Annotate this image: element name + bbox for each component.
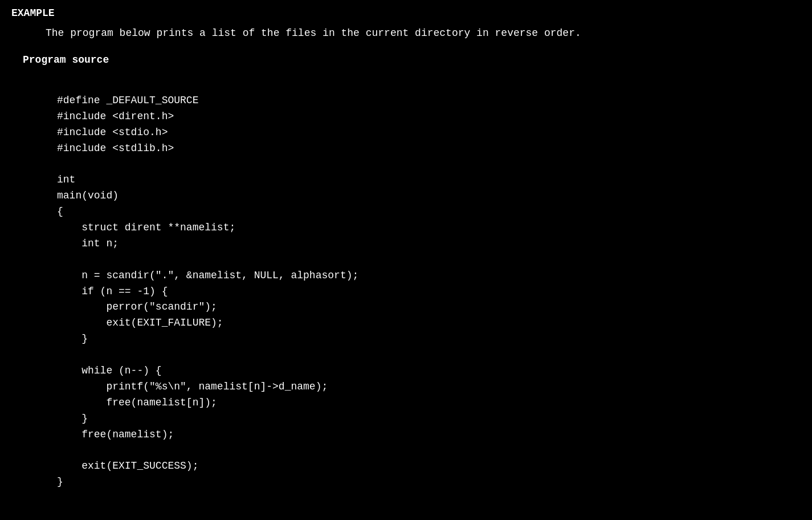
code-line: main(void) <box>57 188 801 204</box>
example-section: EXAMPLE The program below prints a list … <box>11 6 801 490</box>
code-line <box>57 252 801 268</box>
code-line <box>57 156 801 172</box>
code-line: #include <dirent.h> <box>57 109 801 125</box>
code-line: #include <stdio.h> <box>57 125 801 141</box>
description-text: The program below prints a list of the f… <box>46 26 801 41</box>
code-line: n = scandir(".", &namelist, NULL, alphas… <box>57 268 801 284</box>
code-line <box>57 77 801 93</box>
section-heading: EXAMPLE <box>11 6 801 21</box>
code-line: free(namelist[n]); <box>57 395 801 411</box>
code-line: while (n--) { <box>57 363 801 379</box>
subsection-heading: Program source <box>23 52 801 68</box>
code-line: } <box>57 474 801 490</box>
code-line: perror("scandir"); <box>57 299 801 315</box>
code-line: free(namelist); <box>57 427 801 443</box>
code-line: { <box>57 204 801 220</box>
code-line: struct dirent **namelist; <box>57 220 801 236</box>
code-line <box>57 442 801 458</box>
code-line: exit(EXIT_SUCCESS); <box>57 458 801 474</box>
code-line: #include <stdlib.h> <box>57 141 801 157</box>
code-line <box>57 347 801 363</box>
code-block: #define _DEFAULT_SOURCE#include <dirent.… <box>57 77 801 490</box>
code-line: } <box>57 331 801 347</box>
code-line: if (n == -1) { <box>57 284 801 300</box>
code-line: printf("%s\n", namelist[n]->d_name); <box>57 379 801 395</box>
code-line: exit(EXIT_FAILURE); <box>57 315 801 331</box>
code-line: int n; <box>57 236 801 252</box>
code-line: #define _DEFAULT_SOURCE <box>57 93 801 109</box>
code-line: } <box>57 411 801 427</box>
code-line: int <box>57 172 801 188</box>
